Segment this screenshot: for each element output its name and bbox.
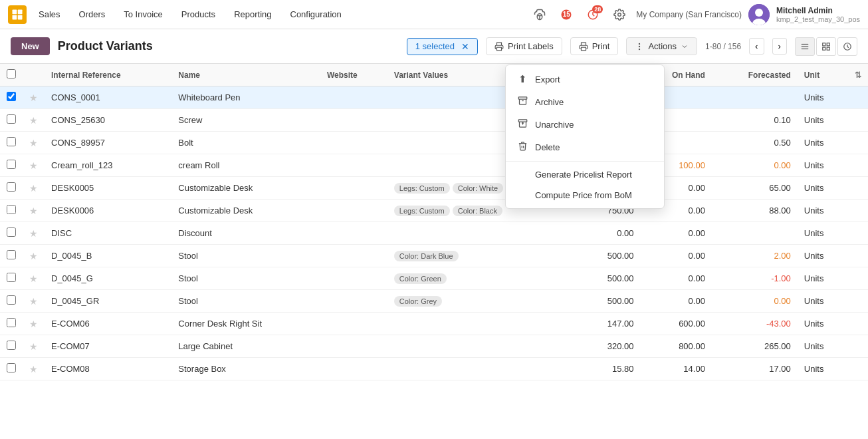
row-checkbox[interactable] xyxy=(7,318,16,327)
archive-menu-item[interactable]: Archive xyxy=(506,90,664,113)
table-row[interactable]: ★DISCDiscount0.000.00Units xyxy=(0,222,868,245)
cell-extra xyxy=(848,313,868,335)
cell-forecasted: 0.00 xyxy=(712,154,798,177)
cell-forecasted: 0.50 xyxy=(712,132,798,154)
nav-to-invoice[interactable]: To Invoice xyxy=(117,7,169,22)
bug-icon-btn[interactable] xyxy=(530,5,550,25)
cell-internal-ref: CONS_0001 xyxy=(45,86,171,109)
selected-count: 1 selected xyxy=(415,41,455,51)
table-row[interactable]: ★D_0045_BStoolColor: Dark Blue500.000.00… xyxy=(0,245,868,267)
table-row[interactable]: ★CONS_0001Whiteboard PenUnits xyxy=(0,86,868,109)
row-checkbox[interactable] xyxy=(7,205,16,214)
col-internal-ref: Internal Reference xyxy=(45,64,171,86)
table-row[interactable]: ★CONS_89957Bolt0.50Units xyxy=(0,132,868,154)
row-checkbox[interactable] xyxy=(7,114,16,124)
nav-configuration[interactable]: Configuration xyxy=(284,7,348,22)
favorite-star[interactable]: ★ xyxy=(29,206,38,216)
table-row[interactable]: ★DESK0006Customizable DeskLegs: CustomCo… xyxy=(0,200,868,222)
row-checkbox[interactable] xyxy=(7,92,16,101)
print-button[interactable]: Print xyxy=(570,37,619,55)
svg-rect-2 xyxy=(13,15,17,19)
unarchive-menu-item[interactable]: Unarchive xyxy=(506,113,664,136)
nav-orders[interactable]: Orders xyxy=(72,7,112,22)
cell-unit: Units xyxy=(798,267,848,290)
favorite-star[interactable]: ★ xyxy=(29,115,38,126)
variant-tag: Color: Black xyxy=(453,206,502,216)
print-labels-button[interactable]: Print Labels xyxy=(486,37,562,55)
favorite-star[interactable]: ★ xyxy=(29,228,38,239)
cell-cost: 15.80 xyxy=(580,358,641,380)
table-row[interactable]: ★D_0045_GStoolColor: Green500.000.00-1.0… xyxy=(0,267,868,290)
cell-internal-ref: DISC xyxy=(45,222,171,245)
page-title: Product Variants xyxy=(58,39,153,53)
favorite-star[interactable]: ★ xyxy=(29,160,38,171)
export-icon: ⬆ xyxy=(516,73,528,85)
row-checkbox[interactable] xyxy=(7,363,16,372)
favorite-star[interactable]: ★ xyxy=(29,364,38,374)
favorite-star[interactable]: ★ xyxy=(29,296,38,307)
row-checkbox[interactable] xyxy=(7,295,16,305)
cell-forecasted: 0.10 xyxy=(712,109,798,132)
row-checkbox[interactable] xyxy=(7,137,16,146)
cell-name: Corner Desk Right Sit xyxy=(171,313,320,335)
table-row[interactable]: ★CONS_25630Screw0.10Units xyxy=(0,109,868,132)
kanban-view-button[interactable] xyxy=(816,37,836,56)
row-checkbox[interactable] xyxy=(7,182,16,192)
messages-icon-btn[interactable]: 15 xyxy=(556,5,576,25)
row-checkbox[interactable] xyxy=(7,160,16,169)
actions-button[interactable]: Actions xyxy=(626,37,697,55)
cell-unit: Units xyxy=(798,86,848,109)
settings-icon-btn[interactable] xyxy=(609,5,629,25)
next-page-button[interactable]: › xyxy=(772,38,787,55)
list-view-button[interactable] xyxy=(795,37,815,56)
cell-unit: Units xyxy=(798,335,848,358)
table-row[interactable]: ★Cream_roll_123cream Roll120.00100.000.0… xyxy=(0,154,868,177)
cell-unit: Units xyxy=(798,222,848,245)
favorite-star[interactable]: ★ xyxy=(29,92,38,103)
cell-on-hand: 0.00 xyxy=(641,245,712,267)
generate-pricelist-menu-item[interactable]: Generate Pricelist Report xyxy=(506,164,664,185)
clock-view-button[interactable] xyxy=(837,37,857,56)
row-checkbox[interactable] xyxy=(7,341,16,350)
column-filter-icon[interactable]: ⇅ xyxy=(855,71,861,80)
compute-price-menu-item[interactable]: Compute Price from BoM xyxy=(506,185,664,206)
table-row[interactable]: ★E-COM08Storage Box15.8014.0017.00Units xyxy=(0,358,868,380)
table-row[interactable]: ★E-COM07Large Cabinet320.00800.00265.00U… xyxy=(0,335,868,358)
delete-menu-item[interactable]: Delete xyxy=(506,136,664,158)
cell-internal-ref: DESK0005 xyxy=(45,177,171,200)
nav-sales[interactable]: Sales xyxy=(32,7,67,22)
row-checkbox[interactable] xyxy=(7,250,16,259)
table-row[interactable]: ★E-COM06Corner Desk Right Sit147.00600.0… xyxy=(0,313,868,335)
cell-website xyxy=(320,132,387,154)
table-row[interactable]: ★DESK0005Customizable DeskLegs: CustomCo… xyxy=(0,177,868,200)
variant-tag: Legs: Custom xyxy=(394,206,450,216)
row-checkbox[interactable] xyxy=(7,227,16,237)
table-row[interactable]: ★D_0045_GRStoolColor: Grey500.000.000.00… xyxy=(0,290,868,313)
table-container: Internal Reference Name Website Variant … xyxy=(0,64,868,439)
cell-extra xyxy=(848,109,868,132)
nav-reporting[interactable]: Reporting xyxy=(227,7,278,22)
favorite-star[interactable]: ★ xyxy=(29,251,38,261)
timer-icon-btn[interactable]: 28 xyxy=(583,5,603,25)
prev-page-button[interactable]: ‹ xyxy=(749,38,764,55)
user-avatar[interactable] xyxy=(748,4,770,25)
favorite-star[interactable]: ★ xyxy=(29,273,38,284)
export-menu-item[interactable]: ⬆ Export xyxy=(506,68,664,90)
cell-forecasted: 17.00 xyxy=(712,358,798,380)
app-logo[interactable] xyxy=(8,5,27,24)
cell-forecasted: 88.00 xyxy=(712,200,798,222)
cell-name: Stool xyxy=(171,245,320,267)
favorite-star[interactable]: ★ xyxy=(29,319,38,329)
select-all-checkbox[interactable] xyxy=(7,69,16,78)
cell-unit: Units xyxy=(798,109,848,132)
row-checkbox[interactable] xyxy=(7,273,16,282)
favorite-star[interactable]: ★ xyxy=(29,341,38,352)
nav-products[interactable]: Products xyxy=(175,7,222,22)
cell-on-hand: 0.00 xyxy=(641,290,712,313)
favorite-star[interactable]: ★ xyxy=(29,183,38,194)
cell-cost: 147.00 xyxy=(580,313,641,335)
new-button[interactable]: New xyxy=(11,37,50,55)
favorite-star[interactable]: ★ xyxy=(29,138,38,148)
cell-name: Screw xyxy=(171,109,320,132)
clear-selection-button[interactable]: ✕ xyxy=(461,41,469,52)
